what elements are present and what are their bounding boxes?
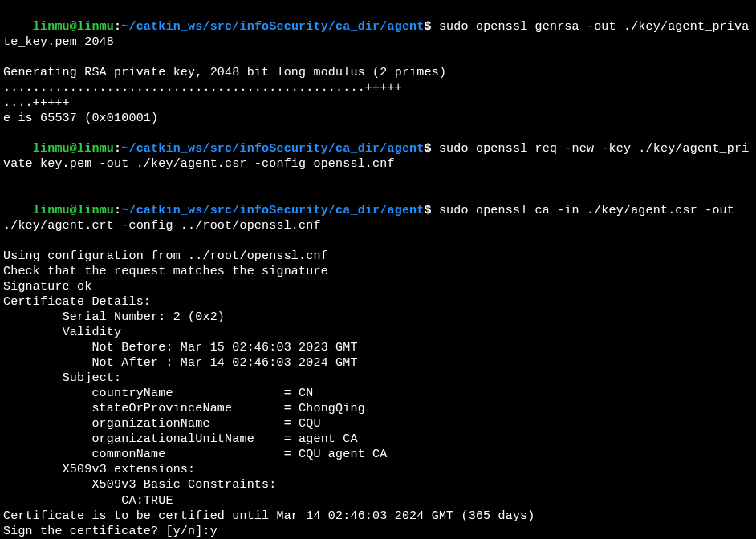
terminal[interactable]: linmu@linmu:~/catkin_ws/src/infoSecurity…: [3, 4, 753, 539]
output-ca-03: Signature ok: [3, 279, 753, 294]
prompt-host: linmu: [77, 142, 114, 156]
prompt-at: @: [70, 142, 77, 156]
output-ca-09: Subject:: [3, 371, 753, 386]
prompt-line-1: linmu@linmu:~/catkin_ws/src/infoSecurity…: [3, 4, 753, 65]
output-ca-08: Not After : Mar 14 02:46:03 2024 GMT: [3, 355, 753, 371]
output-genrsa-3: ....+++++: [3, 95, 753, 111]
output-genrsa-1: Generating RSA private key, 2048 bit lon…: [3, 65, 753, 80]
prompt-path: ~/catkin_ws/src/infoSecurity/ca_dir/agen…: [121, 142, 424, 156]
prompt-at: @: [70, 20, 77, 34]
output-ca-05: Serial Number: 2 (0x2): [3, 310, 753, 325]
prompt-line-2: linmu@linmu:~/catkin_ws/src/infoSecurity…: [3, 126, 753, 187]
output-ca-06: Validity: [3, 325, 753, 340]
output-genrsa-4: e is 65537 (0x010001): [3, 111, 753, 126]
output-ca-04: Certificate Details:: [3, 294, 753, 310]
output-ca-17: CA:TRUE: [3, 493, 753, 509]
output-ca-01: Using configuration from ../root/openssl…: [3, 249, 753, 264]
output-ca-02: Check that the request matches the signa…: [3, 264, 753, 279]
prompt-dollar: $: [425, 142, 432, 156]
prompt-dollar: $: [425, 20, 432, 34]
output-ca-15: X509v3 extensions:: [3, 462, 753, 477]
prompt-dollar: $: [425, 204, 432, 217]
output-ca-18: Certificate is to be certified until Mar…: [3, 509, 753, 524]
output-ca-16: X509v3 Basic Constraints:: [3, 477, 753, 492]
output-ca-14: commonName = CQU agent CA: [3, 447, 753, 462]
prompt-host: linmu: [77, 20, 114, 34]
prompt-user: linmu: [33, 20, 70, 34]
prompt-user: linmu: [33, 142, 70, 156]
output-ca-11: stateOrProvinceName = ChongQing: [3, 401, 753, 416]
output-ca-13: organizationalUnitName = agent CA: [3, 432, 753, 447]
prompt-user: linmu: [33, 204, 70, 217]
prompt-at: @: [70, 204, 77, 217]
prompt-path: ~/catkin_ws/src/infoSecurity/ca_dir/agen…: [121, 20, 424, 34]
prompt-path: ~/catkin_ws/src/infoSecurity/ca_dir/agen…: [121, 204, 424, 217]
output-ca-19: Sign the certificate? [y/n]:y: [3, 524, 753, 539]
output-ca-10: countryName = CN: [3, 386, 753, 401]
prompt-colon: :: [114, 204, 121, 217]
output-ca-12: organizationName = CQU: [3, 416, 753, 432]
prompt-colon: :: [114, 142, 121, 156]
prompt-colon: :: [114, 20, 121, 34]
prompt-host: linmu: [77, 204, 114, 217]
prompt-line-3: linmu@linmu:~/catkin_ws/src/infoSecurity…: [3, 188, 753, 249]
output-ca-07: Not Before: Mar 15 02:46:03 2023 GMT: [3, 340, 753, 355]
output-genrsa-2: ........................................…: [3, 80, 753, 95]
